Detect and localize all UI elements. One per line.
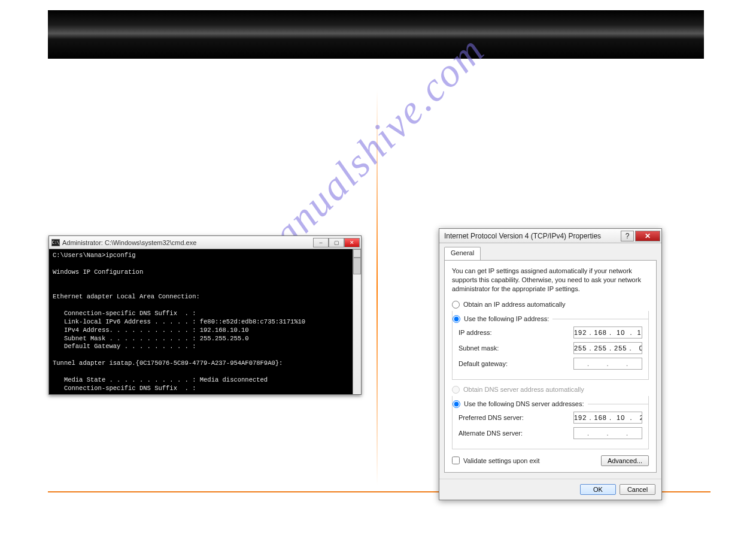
ipv4-properties-dialog: Internet Protocol Version 4 (TCP/IPv4) P… [439, 228, 662, 500]
tab-panel-general: You can get IP settings assigned automat… [444, 260, 657, 473]
cmd-window: C:\ Administrator: C:\Windows\system32\c… [48, 235, 362, 395]
help-button[interactable]: ? [621, 231, 634, 241]
scroll-up-button[interactable] [353, 249, 361, 258]
ok-button[interactable]: OK [580, 484, 616, 495]
preferred-dns-field[interactable] [573, 412, 642, 424]
minimize-button[interactable]: – [313, 238, 329, 247]
label-subnet-mask: Subnet mask: [459, 344, 573, 352]
cmd-icon: C:\ [51, 239, 60, 246]
alternate-dns-field[interactable] [573, 427, 642, 439]
radio-use-following-dns[interactable] [453, 400, 460, 408]
advanced-button[interactable]: Advanced... [601, 455, 649, 466]
radio-use-following-ip-label: Use the following IP address: [464, 315, 549, 322]
tab-general[interactable]: General [444, 247, 481, 260]
ipv4-titlebar[interactable]: Internet Protocol Version 4 (TCP/IPv4) P… [439, 229, 661, 243]
radio-use-following-dns-label: Use the following DNS server addresses: [464, 400, 584, 407]
ipv4-description: You can get IP settings assigned automat… [452, 267, 649, 294]
cmd-titlebar[interactable]: C:\ Administrator: C:\Windows\system32\c… [49, 236, 361, 249]
radio-obtain-ip-auto-label: Obtain an IP address automatically [463, 301, 565, 308]
cmd-title-text: Administrator: C:\Windows\system32\cmd.e… [62, 239, 311, 246]
cancel-button[interactable]: Cancel [620, 484, 655, 495]
vertical-divider [377, 90, 378, 485]
dialog-close-button[interactable]: ✕ [635, 231, 660, 241]
default-gateway-field[interactable] [573, 358, 642, 370]
radio-obtain-dns-auto-label: Obtain DNS server address automatically [463, 386, 584, 393]
label-alternate-dns: Alternate DNS server: [459, 430, 573, 437]
ip-address-field[interactable] [573, 327, 642, 338]
label-ip-address: IP address: [459, 329, 573, 336]
maximize-button[interactable]: ▢ [329, 238, 344, 247]
radio-obtain-ip-auto[interactable] [452, 301, 460, 309]
cmd-scrollbar[interactable] [353, 249, 361, 394]
close-button[interactable]: ✕ [344, 238, 360, 247]
radio-obtain-dns-auto [452, 386, 460, 394]
subnet-mask-field[interactable] [573, 342, 642, 354]
validate-settings-checkbox[interactable] [452, 457, 460, 464]
label-default-gateway: Default gateway: [459, 360, 573, 367]
page-header-banner [48, 10, 704, 59]
radio-use-following-ip[interactable] [453, 315, 460, 323]
label-preferred-dns: Preferred DNS server: [459, 414, 573, 421]
cmd-output[interactable]: C:\Users\Nana>ipconfig Windows IP Config… [49, 249, 361, 394]
ipv4-title-text: Internet Protocol Version 4 (TCP/IPv4) P… [444, 232, 621, 240]
validate-settings-label: Validate settings upon exit [463, 457, 540, 464]
scroll-thumb[interactable] [353, 258, 361, 274]
